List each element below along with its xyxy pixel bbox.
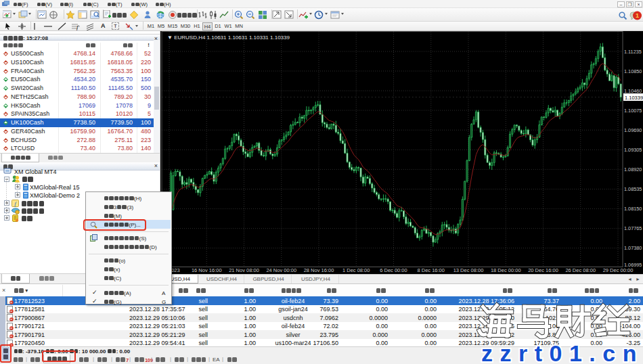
svg-text:1 Dec 08:00: 1 Dec 08:00 — [342, 267, 370, 273]
svg-text:zzrt01.cn: zzrt01.cn — [481, 342, 643, 364]
svg-text:1.09690: 1.09690 — [624, 127, 642, 133]
svg-text:1.10339: 1.10339 — [625, 95, 643, 101]
svg-text:18 Dec 00:00: 18 Dec 00:00 — [491, 267, 521, 273]
svg-text:1.09305: 1.09305 — [624, 147, 642, 153]
svg-text:28 Nov 16:00: 28 Nov 16:00 — [304, 267, 334, 273]
svg-text:1.07380: 1.07380 — [624, 245, 642, 251]
svg-text:1.08920: 1.08920 — [624, 166, 642, 173]
svg-text:20 Dec 16:00: 20 Dec 16:00 — [528, 267, 558, 273]
svg-text:▼ EURUSD,H4 1.10631 1.10631 1: ▼ EURUSD,H4 1.10631 1.10631 1.10331 1.10… — [167, 35, 290, 41]
svg-text:6 Dec 00:00: 6 Dec 00:00 — [380, 267, 407, 273]
svg-text:1.08535: 1.08535 — [624, 186, 642, 192]
svg-text:24 Nov 00:00: 24 Nov 00:00 — [266, 267, 296, 273]
svg-text:26 Dec 08:00: 26 Dec 08:00 — [565, 267, 596, 273]
svg-text:f: f — [76, 24, 79, 30]
svg-text:1.08150: 1.08150 — [624, 206, 642, 212]
svg-text:1.10850: 1.10850 — [624, 68, 642, 74]
svg-text:13 Dec 08:00: 13 Dec 08:00 — [453, 267, 484, 273]
svg-text:1: 1 — [636, 12, 639, 19]
svg-text:1.07765: 1.07765 — [624, 225, 642, 231]
svg-text:8 Dec 16:00: 8 Dec 16:00 — [418, 267, 445, 273]
svg-text:1.11235: 1.11235 — [624, 49, 642, 55]
svg-text:29 Dec 00:00: 29 Dec 00:00 — [603, 267, 634, 273]
svg-text:1.10460: 1.10460 — [624, 88, 642, 94]
svg-text:16 Nov 16:00: 16 Nov 16:00 — [192, 267, 222, 273]
svg-text:1.10075: 1.10075 — [624, 108, 642, 114]
svg-text:21 Nov 08:00: 21 Nov 08:00 — [229, 267, 259, 273]
